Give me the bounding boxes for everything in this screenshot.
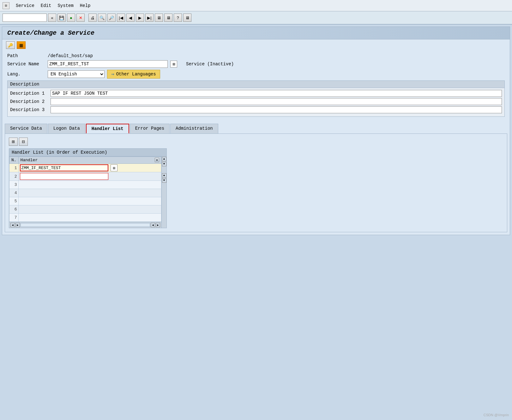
col-header-handler: Handler ⊞ xyxy=(18,157,161,164)
menu-edit[interactable]: Edit xyxy=(41,3,51,8)
handler-list-wrapper: N. Handler ⊞ 1 xyxy=(9,157,166,228)
row-num-4: 4 xyxy=(9,189,19,197)
handler-table: N. Handler ⊞ 1 xyxy=(9,157,161,222)
last-btn[interactable]: ▶| xyxy=(145,14,154,22)
add-row-icon: ⊞ xyxy=(12,139,15,144)
lang-select[interactable]: EN English xyxy=(48,70,105,78)
hscroll-right-btn[interactable]: ▶ xyxy=(15,223,20,227)
find2-btn[interactable]: 🔎 xyxy=(107,14,116,22)
row-handler-1: ⊞ xyxy=(18,164,161,172)
screen2-btn[interactable]: 🖥 xyxy=(164,14,172,22)
vscroll-bar: ▲ ▼ ▲ ▼ xyxy=(161,157,166,228)
copy-btn-1[interactable]: ⊞ xyxy=(111,164,117,171)
row-num-3: 3 xyxy=(9,181,19,189)
help-btn[interactable]: ? xyxy=(174,14,182,22)
menu-system[interactable]: System xyxy=(57,3,73,8)
row-handler-5 xyxy=(18,197,161,205)
vscroll-up-btn[interactable]: ▲ xyxy=(162,157,166,161)
desc1-input[interactable] xyxy=(51,90,502,97)
vscroll-down2-btn[interactable]: ▼ xyxy=(162,178,166,183)
row-num-1: 1 xyxy=(9,164,19,172)
desc2-row: Description 2 xyxy=(10,98,502,105)
hscroll-left-btn[interactable]: ◀ xyxy=(10,223,15,227)
vscroll-down-btn[interactable]: ▼ xyxy=(162,162,166,166)
handler-list-box: Handler List (in Order of Execution) N. … xyxy=(9,148,167,228)
row-num-7: 7 xyxy=(9,214,19,222)
tab-error-pages[interactable]: Error Pages xyxy=(130,124,170,133)
row-num-6: 6 xyxy=(9,205,19,214)
hscroll-bar: ◀ ▶ ◀ ▶ xyxy=(9,222,161,228)
handler-input-1[interactable] xyxy=(20,164,108,171)
vscroll-up2-btn[interactable]: ▲ xyxy=(162,173,166,178)
desc2-input[interactable] xyxy=(51,98,502,105)
hscroll-left2-btn[interactable]: ◀ xyxy=(151,223,155,227)
col-header-num: N. xyxy=(9,157,19,164)
menu-help[interactable]: Help xyxy=(80,3,91,8)
screen1-btn[interactable]: 🖥 xyxy=(155,14,163,22)
main-area: Create/Change a Service 🔑 ▦ Path /defaul… xyxy=(2,27,510,235)
description-section: Description Description 1 Description 2 … xyxy=(7,80,505,117)
row-handler-3 xyxy=(18,181,161,189)
nav-back-btn[interactable]: « xyxy=(48,14,56,22)
find-btn[interactable]: 🔍 xyxy=(98,14,106,22)
table-row: 4 xyxy=(9,189,161,197)
row-num-2: 2 xyxy=(9,172,19,181)
print-btn[interactable]: 🖨 xyxy=(88,14,97,22)
row-handler-7 xyxy=(18,214,161,222)
table-row: 3 xyxy=(9,181,161,189)
table-row: 6 xyxy=(9,205,161,214)
row-handler-4 xyxy=(18,189,161,197)
other-languages-btn[interactable]: ⇒ Other Languages xyxy=(107,70,160,79)
handler-toolbar: ⊞ ⊟ xyxy=(9,138,503,146)
nav-input[interactable] xyxy=(3,14,47,22)
lang-row: Lang. EN English ⇒ Other Languages xyxy=(7,70,505,79)
tab-administration[interactable]: Administration xyxy=(170,124,218,133)
desc3-row: Description 3 xyxy=(10,106,502,113)
menu-service[interactable]: Service xyxy=(16,3,34,8)
row-handler-6 xyxy=(18,205,161,214)
table-row: 5 xyxy=(9,197,161,205)
handler-delete-row-btn[interactable]: ⊟ xyxy=(19,138,28,146)
other-lang-label: Other Languages xyxy=(116,72,156,77)
row-num-5: 5 xyxy=(9,197,19,205)
tabs-container: Service Data Logon Data Handler List Err… xyxy=(2,124,510,133)
menu-bar: ⊡ Service Edit System Help xyxy=(0,0,512,11)
col-resize-icon[interactable]: ⊞ xyxy=(155,158,159,162)
table-row: 2 xyxy=(9,172,161,181)
service-name-input[interactable] xyxy=(48,60,168,68)
handler-input-2[interactable] xyxy=(20,173,108,180)
hscroll-right2-btn[interactable]: ▶ xyxy=(156,223,160,227)
form-icon-2[interactable]: ▦ xyxy=(17,41,26,49)
refresh-btn[interactable]: ● xyxy=(67,14,75,22)
desc-header: Description xyxy=(8,81,504,88)
monitor-btn[interactable]: 🖥 xyxy=(183,14,191,22)
path-label: Path xyxy=(7,53,45,58)
path-row: Path /default_host/sap xyxy=(7,53,505,58)
first-btn[interactable]: |◀ xyxy=(117,14,125,22)
desc2-label: Description 2 xyxy=(10,99,48,104)
tab-content-handler-list: ⊞ ⊟ Handler List (in Order of Execution)… xyxy=(5,133,507,232)
cancel-btn[interactable]: ✕ xyxy=(76,14,85,22)
handler-add-row-btn[interactable]: ⊞ xyxy=(9,138,18,146)
handler-list-title: Handler List (in Order of Execution) xyxy=(9,149,166,157)
form-section: Path /default_host/sap Service Name ⊞ Se… xyxy=(2,51,510,121)
service-name-row: Service Name ⊞ Service (Inactive) xyxy=(7,60,505,68)
desc3-input[interactable] xyxy=(51,106,502,113)
form-icon-1[interactable]: 🔑 xyxy=(6,41,15,49)
status-badge: Service (Inactive) xyxy=(186,62,234,67)
tab-handler-list[interactable]: Handler List xyxy=(86,124,129,133)
desc1-row: Description 1 xyxy=(10,90,502,97)
hscroll-track[interactable] xyxy=(21,223,150,227)
prev-btn[interactable]: ◀ xyxy=(126,14,135,22)
desc1-label: Description 1 xyxy=(10,91,48,96)
save-btn[interactable]: 💾 xyxy=(57,14,66,22)
tab-service-data[interactable]: Service Data xyxy=(5,124,47,133)
tab-logon-data[interactable]: Logon Data xyxy=(48,124,85,133)
other-lang-arrow-icon: ⇒ xyxy=(111,71,114,77)
app-icon: ⊡ xyxy=(3,2,9,9)
form-toolbar: 🔑 ▦ xyxy=(2,39,510,51)
desc3-label: Description 3 xyxy=(10,107,48,112)
service-name-icon-btn[interactable]: ⊞ xyxy=(170,61,177,68)
next-btn[interactable]: ▶ xyxy=(136,14,144,22)
service-name-label: Service Name xyxy=(7,62,45,67)
